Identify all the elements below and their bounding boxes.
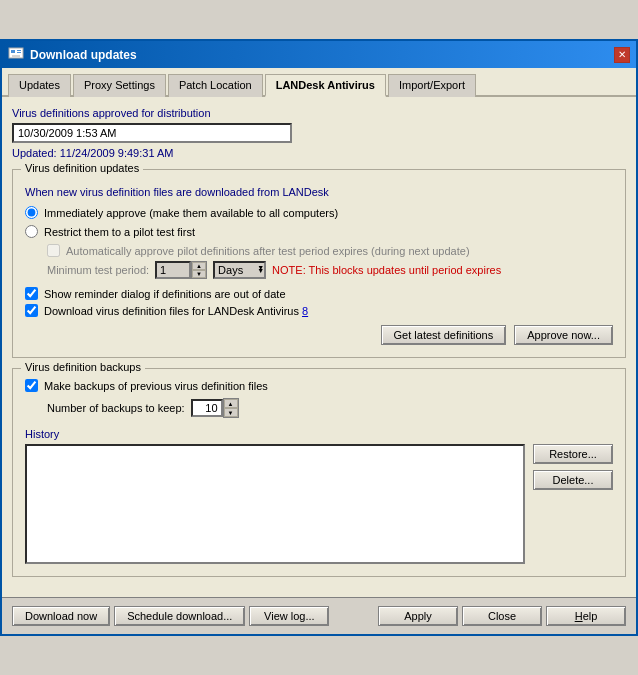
num-backups-row: Number of backups to keep: ▲ ▼ [25, 398, 613, 418]
radio-pilot-label: Restrict them to a pilot test first [44, 226, 195, 238]
get-latest-button[interactable]: Get latest definitions [381, 325, 507, 345]
period-note: NOTE: This blocks updates until period e… [272, 264, 501, 276]
download-now-button[interactable]: Download now [12, 606, 110, 626]
num-backups-down-button[interactable]: ▼ [224, 408, 238, 417]
main-window: Download updates ✕ Updates Proxy Setting… [0, 39, 638, 636]
close-dialog-button[interactable]: Close [462, 606, 542, 626]
min-period-label: Minimum test period: [47, 264, 149, 276]
auto-approve-checkbox[interactable] [47, 244, 60, 257]
make-backups-row: Make backups of previous virus definitio… [25, 379, 613, 392]
period-input[interactable] [155, 261, 191, 279]
num-backups-input-wrap: ▲ ▼ [191, 398, 239, 418]
download-checkbox[interactable] [25, 304, 38, 317]
period-row: Minimum test period: ▲ ▼ Days Hours ▼ NO… [25, 261, 613, 279]
num-backups-label: Number of backups to keep: [47, 402, 185, 414]
tab-content: Virus definitions approved for distribut… [2, 97, 636, 597]
num-backups-input[interactable] [191, 399, 223, 417]
tab-landesk-antivirus[interactable]: LANDesk Antivirus [265, 74, 386, 97]
schedule-download-button[interactable]: Schedule download... [114, 606, 245, 626]
period-unit-wrap: Days Hours ▼ [213, 261, 266, 279]
tab-import-export[interactable]: Import/Export [388, 74, 476, 97]
radio-pilot-input[interactable] [25, 225, 38, 238]
updates-btn-row: Get latest definitions Approve now... [25, 325, 613, 345]
reminder-label: Show reminder dialog if definitions are … [44, 288, 286, 300]
backups-group: Virus definition backups Make backups of… [12, 368, 626, 577]
make-backups-checkbox[interactable] [25, 379, 38, 392]
approve-now-button[interactable]: Approve now... [514, 325, 613, 345]
radio-immediately: Immediately approve (make them available… [25, 206, 613, 219]
tab-updates[interactable]: Updates [8, 74, 71, 97]
period-spinner-wrap: ▲ ▼ [155, 261, 207, 279]
updates-group: Virus definition updates When new virus … [12, 169, 626, 358]
updates-group-title: Virus definition updates [21, 162, 143, 174]
window-icon [8, 45, 24, 64]
period-unit-select[interactable]: Days Hours [213, 261, 266, 279]
svg-rect-1 [11, 50, 15, 53]
radio-pilot: Restrict them to a pilot test first [25, 225, 613, 238]
tab-bar: Updates Proxy Settings Patch Location LA… [2, 68, 636, 97]
updated-label: Updated: [12, 147, 57, 159]
svg-rect-3 [17, 52, 21, 53]
window-title: Download updates [30, 48, 137, 62]
period-up-button[interactable]: ▲ [192, 262, 206, 270]
num-backups-up-button[interactable]: ▲ [224, 399, 238, 408]
history-list[interactable] [25, 444, 525, 564]
num-backups-spinner: ▲ ▼ [223, 398, 239, 418]
updated-text: Updated: 11/24/2009 9:49:31 AM [12, 147, 626, 159]
radio-immediately-input[interactable] [25, 206, 38, 219]
backups-group-title: Virus definition backups [21, 361, 145, 373]
history-area: Restore... Delete... [25, 444, 613, 564]
title-bar-left: Download updates [8, 45, 137, 64]
period-spinner: ▲ ▼ [191, 261, 207, 279]
approved-section: Virus definitions approved for distribut… [12, 107, 626, 159]
auto-approve-row: Automatically approve pilot definitions … [25, 244, 613, 257]
bottom-left-buttons: Download now Schedule download... View l… [12, 606, 329, 626]
tab-patch-location[interactable]: Patch Location [168, 74, 263, 97]
date-input[interactable] [12, 123, 292, 143]
title-bar: Download updates ✕ [2, 41, 636, 68]
view-log-button[interactable]: View log... [249, 606, 329, 626]
auto-approve-label: Automatically approve pilot definitions … [66, 245, 470, 257]
make-backups-label: Make backups of previous virus definitio… [44, 380, 268, 392]
reminder-row: Show reminder dialog if definitions are … [25, 287, 613, 300]
tab-proxy-settings[interactable]: Proxy Settings [73, 74, 166, 97]
when-text: When new virus definition files are down… [25, 186, 613, 198]
approved-label: Virus definitions approved for distribut… [12, 107, 626, 119]
bottom-right-buttons: Apply Close Help [378, 606, 626, 626]
updated-value: 11/24/2009 9:49:31 AM [60, 147, 174, 159]
apply-button[interactable]: Apply [378, 606, 458, 626]
history-label: History [25, 428, 613, 440]
help-button[interactable]: Help [546, 606, 626, 626]
landesk-link[interactable]: 8 [302, 305, 308, 317]
bottom-bar: Download now Schedule download... View l… [2, 597, 636, 634]
reminder-checkbox[interactable] [25, 287, 38, 300]
svg-rect-2 [17, 50, 21, 51]
history-buttons: Restore... Delete... [533, 444, 613, 564]
close-button[interactable]: ✕ [614, 47, 630, 63]
download-row: Download virus definition files for LAND… [25, 304, 613, 317]
delete-button[interactable]: Delete... [533, 470, 613, 490]
download-label: Download virus definition files for LAND… [44, 305, 308, 317]
radio-immediately-label: Immediately approve (make them available… [44, 207, 338, 219]
restore-button[interactable]: Restore... [533, 444, 613, 464]
period-down-button[interactable]: ▼ [192, 270, 206, 278]
